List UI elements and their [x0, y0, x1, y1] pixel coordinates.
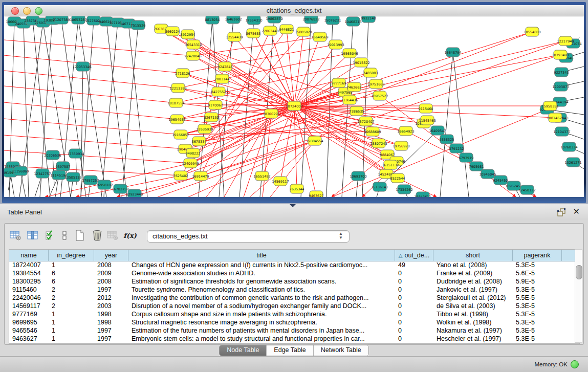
paper-node[interactable]: 9115460 — [419, 104, 433, 113]
table-cell[interactable]: 9699695 — [9, 318, 49, 326]
paper-node[interactable]: 8791232 — [449, 144, 464, 153]
paper-node[interactable]: 7462662 — [347, 82, 362, 92]
paper-node[interactable]: 16648794 — [444, 48, 461, 57]
paper-node[interactable]: 17359934 — [67, 149, 84, 158]
paper-node[interactable]: 12450122 — [518, 185, 535, 194]
citation-edge[interactable] — [4, 55, 183, 73]
paper-node[interactable]: 10760334 — [560, 142, 577, 151]
table-cell[interactable]: Estimation of the future numbers of pati… — [128, 326, 395, 335]
table-cell[interactable]: 18724007 — [9, 261, 49, 269]
paper-node[interactable]: 8960124 — [165, 27, 180, 36]
paper-node[interactable]: 15885820 — [295, 27, 312, 36]
table-cell[interactable]: 5.3E-5 — [513, 310, 562, 318]
table-cell[interactable]: 0 — [395, 269, 433, 277]
table-cell[interactable]: 49 — [395, 261, 433, 269]
table-row[interactable]: 946554611997Estimation of the future num… — [9, 326, 579, 335]
table-row[interactable]: 969969511998Structural magnetic resonanc… — [9, 318, 579, 326]
table-cell[interactable]: 1 — [49, 261, 94, 269]
paper-node[interactable]: 20876822 — [302, 16, 319, 24]
paper-node[interactable]: 9397587 — [56, 162, 71, 171]
paper-node[interactable]: 18724007 — [286, 101, 302, 111]
paper-node[interactable]: 12104377 — [553, 127, 570, 136]
paper-node[interactable]: 19013993 — [327, 40, 344, 49]
table-cell[interactable]: 1997 — [94, 286, 128, 294]
paper-node[interactable]: 17334262 — [396, 185, 412, 194]
paper-node[interactable]: 19751663 — [367, 79, 384, 89]
paper-node[interactable]: 16151132 — [382, 160, 399, 169]
table-cell[interactable]: Estimation of significance thresholds fo… — [128, 277, 395, 286]
table-cell[interactable]: Yano et al. (2008) — [433, 261, 513, 269]
paper-node[interactable]: 18843611 — [414, 192, 431, 197]
table-cell[interactable]: Tourette syndrome. Phenomenology and cla… — [128, 286, 395, 294]
table-cell[interactable]: 1998 — [94, 310, 128, 318]
table-cell[interactable]: 2003 — [94, 302, 128, 310]
table-row[interactable]: 946362711997Embryonic stem cells: a mode… — [9, 335, 579, 343]
table-cell[interactable]: de Silva et al. (2003) — [433, 302, 513, 310]
paper-node[interactable]: 8267130 — [204, 113, 219, 122]
paper-node[interactable]: 18107554 — [167, 98, 184, 107]
paper-node[interactable]: 19015822 — [353, 58, 369, 67]
citation-edge[interactable] — [4, 150, 190, 163]
table-row[interactable]: 977716911998Corpus callosum shape and si… — [9, 310, 579, 318]
paper-node[interactable]: 9170067 — [208, 100, 223, 110]
column-header-in_degree[interactable]: in_degree — [49, 250, 94, 261]
table-row[interactable]: 1456911722003Disruption of a novel membe… — [9, 302, 579, 310]
table-cell[interactable]: 6 — [49, 269, 94, 277]
paper-node[interactable]: 22420046 — [184, 51, 201, 60]
paper-node[interactable]: 10814620 — [547, 113, 563, 122]
paper-node[interactable]: 7515526 — [131, 20, 146, 30]
paper-node[interactable]: 9245450 — [493, 176, 508, 185]
table-cell[interactable]: Tibbo et al. (1998) — [433, 310, 513, 318]
paper-node[interactable]: 10793493 — [552, 50, 569, 59]
table-cell[interactable]: 0 — [395, 318, 433, 326]
table-cell[interactable]: 1 — [49, 335, 94, 343]
paper-node[interactable]: 12217949 — [557, 36, 574, 46]
split-pane-grip-icon[interactable] — [290, 204, 296, 207]
table-cell[interactable]: 9465546 — [9, 326, 49, 335]
close-panel-icon[interactable]: ✕ — [573, 207, 580, 216]
table-cell[interactable]: 5.6E-5 — [513, 269, 562, 277]
paper-node[interactable]: 16649569 — [311, 32, 328, 41]
paper-node[interactable]: 13535939 — [196, 124, 213, 134]
paper-node[interactable]: 15720407 — [357, 117, 374, 126]
paper-node[interactable]: 8678334 — [192, 137, 207, 146]
scrollbar-thumb[interactable] — [576, 265, 582, 279]
table-selector-dropdown[interactable]: citations_edges.txt ▲▼ — [147, 230, 350, 243]
paper-node[interactable]: 10688609 — [364, 127, 381, 136]
table-row[interactable]: 1830029562008Estimation of significance … — [9, 277, 579, 286]
float-panel-icon[interactable] — [557, 208, 565, 216]
paper-node[interactable]: 8675685 — [246, 29, 261, 38]
paper-node[interactable]: 15136141 — [371, 182, 388, 191]
column-header-year[interactable]: year — [94, 250, 128, 261]
paper-node[interactable]: 9242848 — [218, 62, 233, 71]
table-cell[interactable]: 2008 — [94, 277, 128, 286]
table-cell[interactable]: 1998 — [94, 318, 128, 326]
paper-node[interactable]: 16409547 — [429, 126, 446, 135]
table-cell[interactable]: Investigating the contribution of common… — [128, 294, 395, 302]
table-row[interactable]: 1938455462009Genome-wide association stu… — [9, 269, 579, 277]
import-table-icon[interactable] — [106, 229, 119, 242]
paper-node[interactable]: 18807243 — [370, 139, 387, 148]
table-cell[interactable]: Genome-wide association studies in ADHD. — [128, 269, 395, 277]
paper-node[interactable]: 9777169 — [332, 78, 346, 87]
paper-node[interactable]: 18300295 — [263, 109, 279, 118]
paper-node[interactable]: 10693700 — [350, 171, 366, 181]
table-cell[interactable]: 0 — [395, 302, 433, 310]
paper-node[interactable]: 16914479 — [192, 171, 209, 181]
table-settings-icon[interactable] — [9, 229, 22, 242]
paper-node[interactable]: 19756928 — [393, 141, 409, 150]
paper-node[interactable]: 19862870 — [266, 16, 282, 23]
paper-node[interactable]: 11545463 — [419, 116, 435, 125]
column-header-pagerank[interactable]: pagerank — [513, 250, 562, 261]
table-cell[interactable]: 1997 — [94, 335, 128, 343]
tab-node-table[interactable]: Node Table — [220, 345, 267, 356]
table-cell[interactable]: Jankovic et al. (1997) — [433, 286, 513, 294]
paper-node[interactable]: 8912954 — [181, 30, 195, 39]
delete-table-icon[interactable] — [91, 229, 104, 242]
table-cell[interactable]: 2008 — [94, 261, 128, 269]
table-cell[interactable]: 2 — [49, 286, 94, 294]
tab-network-table[interactable]: Network Table — [314, 345, 368, 356]
paper-node[interactable]: 15958351 — [541, 101, 558, 111]
paper-node[interactable]: 21207389 — [53, 16, 70, 24]
paper-node[interactable]: 8522544 — [390, 173, 405, 183]
